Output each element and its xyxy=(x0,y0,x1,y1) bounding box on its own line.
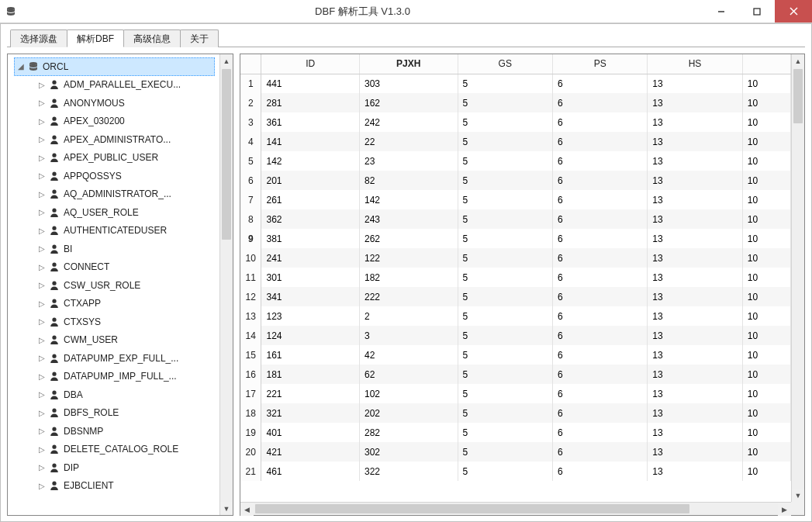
table-cell[interactable]: 5 xyxy=(458,306,552,326)
table-row[interactable]: 1618162561310 xyxy=(240,365,791,384)
table-row[interactable]: 3361242561310 xyxy=(240,112,791,132)
table-cell[interactable]: 5 xyxy=(458,268,552,287)
scroll-thumb[interactable] xyxy=(255,504,689,513)
tree-node[interactable]: ▷AUTHENTICATEDUSER xyxy=(14,222,219,240)
table-cell[interactable]: 303 xyxy=(360,74,458,93)
table-row[interactable]: 620182561310 xyxy=(240,171,791,190)
scroll-track[interactable] xyxy=(792,67,804,489)
table-cell[interactable]: 6 xyxy=(552,403,647,423)
table-row[interactable]: 2281162561310 xyxy=(240,93,791,112)
table-cell[interactable]: 13 xyxy=(648,403,742,423)
table-cell[interactable]: 10 xyxy=(742,132,790,151)
tree-node[interactable]: ▷CONNECT xyxy=(14,258,219,277)
tree-root[interactable]: ◢ORCL xyxy=(14,57,215,76)
tree-node[interactable]: ▷CTXAPP xyxy=(14,295,219,313)
table-cell[interactable]: 401 xyxy=(261,423,360,442)
table-cell[interactable]: 381 xyxy=(261,229,360,248)
table-cell[interactable]: 124 xyxy=(261,326,360,345)
data-grid[interactable]: IDPJXHGSPSHS1441303561310228116256131033… xyxy=(240,54,791,481)
scroll-left-icon[interactable]: ◀ xyxy=(240,503,254,516)
table-cell[interactable]: 5 xyxy=(458,112,552,132)
row-number[interactable]: 16 xyxy=(240,365,261,384)
column-header[interactable]: PJXH xyxy=(360,54,458,74)
table-cell[interactable]: 13 xyxy=(648,462,742,481)
expand-icon[interactable]: ▷ xyxy=(37,317,47,326)
expand-icon[interactable]: ▷ xyxy=(37,299,47,308)
scroll-up-icon[interactable]: ▲ xyxy=(792,54,804,67)
row-number[interactable]: 10 xyxy=(240,248,261,268)
table-cell[interactable]: 6 xyxy=(552,190,647,209)
table-row[interactable]: 7261142561310 xyxy=(240,190,791,209)
table-cell[interactable]: 13 xyxy=(648,229,742,248)
expand-icon[interactable]: ▷ xyxy=(37,154,47,162)
table-cell[interactable]: 10 xyxy=(742,365,790,384)
table-cell[interactable]: 5 xyxy=(458,326,552,345)
table-cell[interactable]: 162 xyxy=(360,93,458,112)
table-cell[interactable]: 10 xyxy=(742,345,790,365)
grid-hscrollbar[interactable]: ◀ ▶ xyxy=(240,502,791,515)
table-cell[interactable]: 6 xyxy=(552,112,647,132)
table-cell[interactable]: 13 xyxy=(648,306,742,326)
column-header[interactable]: GS xyxy=(458,54,552,74)
table-cell[interactable]: 23 xyxy=(360,151,458,171)
table-row[interactable]: 9381262561310 xyxy=(240,229,791,248)
table-cell[interactable]: 141 xyxy=(261,132,360,151)
table-row[interactable]: 414122561310 xyxy=(240,132,791,151)
table-cell[interactable]: 5 xyxy=(458,151,552,171)
tree-node[interactable]: ▷CSW_USR_ROLE xyxy=(14,276,219,295)
table-cell[interactable]: 13 xyxy=(648,287,742,306)
table-cell[interactable]: 42 xyxy=(360,345,458,365)
table-cell[interactable]: 262 xyxy=(360,229,458,248)
table-cell[interactable]: 123 xyxy=(261,306,360,326)
table-cell[interactable]: 322 xyxy=(360,462,458,481)
table-row[interactable]: 131232561310 xyxy=(240,306,791,326)
table-cell[interactable]: 10 xyxy=(742,112,790,132)
rownum-header[interactable] xyxy=(240,54,261,74)
row-number[interactable]: 14 xyxy=(240,326,261,345)
table-row[interactable]: 1516142561310 xyxy=(240,345,791,365)
expand-icon[interactable]: ▷ xyxy=(37,354,47,362)
table-cell[interactable]: 461 xyxy=(261,462,360,481)
table-cell[interactable]: 13 xyxy=(648,209,742,229)
table-cell[interactable]: 6 xyxy=(552,462,647,481)
tree-node[interactable]: ▷APEX_030200 xyxy=(14,112,219,131)
expand-icon[interactable]: ▷ xyxy=(37,372,47,381)
table-cell[interactable]: 5 xyxy=(458,74,552,93)
table-cell[interactable]: 13 xyxy=(648,268,742,287)
column-header[interactable] xyxy=(742,54,790,74)
table-cell[interactable]: 13 xyxy=(648,93,742,112)
table-row[interactable]: 11301182561310 xyxy=(240,268,791,287)
table-cell[interactable]: 10 xyxy=(742,423,790,442)
table-cell[interactable]: 6 xyxy=(552,306,647,326)
tab-select-source[interactable]: 选择源盘 xyxy=(10,29,67,47)
tree-node[interactable]: ▷DBFS_ROLE xyxy=(14,404,219,423)
tree-scrollbar[interactable]: ▲ ▼ xyxy=(219,54,233,515)
expand-icon[interactable]: ▷ xyxy=(37,208,47,216)
scroll-track[interactable] xyxy=(220,67,233,502)
table-cell[interactable]: 6 xyxy=(552,209,647,229)
table-cell[interactable]: 10 xyxy=(742,229,790,248)
expand-icon[interactable]: ▷ xyxy=(37,445,47,454)
expand-icon[interactable]: ▷ xyxy=(37,463,47,472)
tree-node[interactable]: ▷DATAPUMP_IMP_FULL_... xyxy=(14,368,219,386)
tree[interactable]: ◢ORCL▷ADM_PARALLEL_EXECU...▷ANONYMOUS▷AP… xyxy=(8,54,219,515)
row-number[interactable]: 2 xyxy=(240,93,261,112)
table-cell[interactable]: 6 xyxy=(552,326,647,345)
tree-node[interactable]: ▷ADM_PARALLEL_EXECU... xyxy=(14,76,219,95)
table-cell[interactable]: 202 xyxy=(360,403,458,423)
expand-icon[interactable]: ▷ xyxy=(37,281,47,289)
tree-node[interactable]: ▷APEX_ADMINISTRATO... xyxy=(14,130,219,149)
table-cell[interactable]: 82 xyxy=(360,171,458,190)
table-cell[interactable]: 10 xyxy=(742,442,790,462)
row-number[interactable]: 13 xyxy=(240,306,261,326)
tree-node[interactable]: ▷DBA xyxy=(14,385,219,404)
column-header[interactable]: HS xyxy=(648,54,742,74)
table-row[interactable]: 141243561310 xyxy=(240,326,791,345)
tab-parse-dbf[interactable]: 解析DBF xyxy=(67,29,124,47)
table-cell[interactable]: 6 xyxy=(552,365,647,384)
table-cell[interactable]: 122 xyxy=(360,248,458,268)
row-number[interactable]: 15 xyxy=(240,345,261,365)
table-cell[interactable]: 5 xyxy=(458,248,552,268)
table-cell[interactable]: 222 xyxy=(360,287,458,306)
tree-node[interactable]: ▷AQ_ADMINISTRATOR_... xyxy=(14,185,219,204)
